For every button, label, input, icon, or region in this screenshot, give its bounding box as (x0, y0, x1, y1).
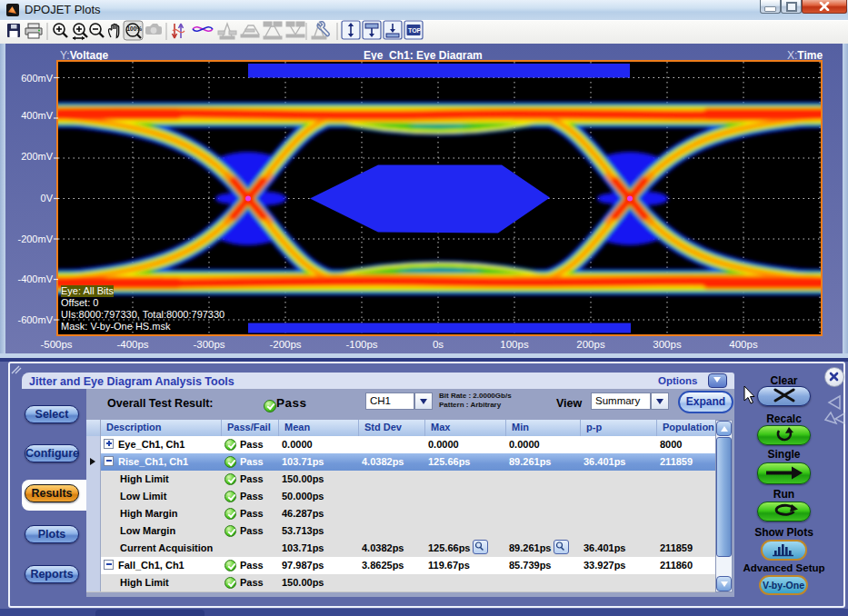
svg-text:100%: 100% (127, 25, 143, 32)
svg-text:TOP: TOP (408, 27, 422, 34)
